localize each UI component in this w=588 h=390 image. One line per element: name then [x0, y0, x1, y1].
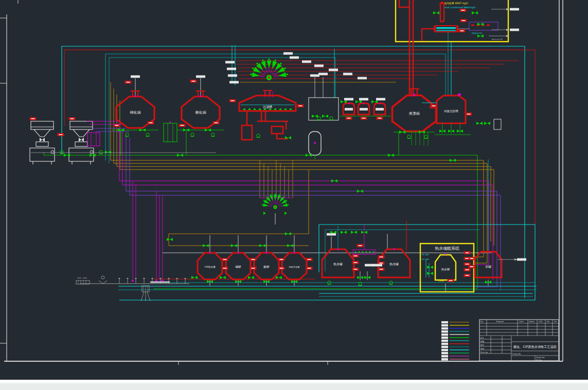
- steam-detail-box: 蒸汽耗量 8897 kg/h Heat Condensed 8864 kg/h …: [396, 0, 519, 97]
- tb-header: No.: [547, 321, 550, 323]
- tb-header: XX: [554, 321, 557, 323]
- hot-water-storage-system: 热水储能系统 热水罐 RT 04B RV 08B CIP回: [420, 244, 474, 292]
- boiling-kettle: 煮沸锅: [392, 89, 436, 155]
- vessel-label: 回旋沉淀槽: [444, 109, 458, 113]
- tb-header: Date: [519, 321, 524, 323]
- top-valve-fan: [225, 45, 519, 98]
- saccharification-kettle: 糖化锅: [177, 76, 224, 155]
- buffer-box: [309, 73, 338, 120]
- vessel-label: 回收洗水罐: [289, 266, 300, 268]
- vessel-label: 热水罐: [333, 262, 343, 266]
- steam-note-2: Heat Condensed 8864 kg/h: [444, 6, 476, 9]
- tb-header: Name: [529, 321, 534, 323]
- tb-row: 校对: [480, 344, 485, 346]
- tb-header: CAD: [539, 321, 543, 323]
- cad-canvas: 蒸汽耗量 8897 kg/h Heat Condensed 8864 kg/h …: [0, 0, 588, 390]
- taskbar-strip[interactable]: [0, 383, 588, 390]
- tb-row: 审核: [480, 347, 485, 350]
- water-tank: 水罐: [469, 252, 527, 286]
- lower-valve-fan: [260, 193, 293, 215]
- condensate-tank: [434, 26, 458, 32]
- hot-water-tank-1: 热水罐: [322, 233, 359, 277]
- line-legend: [441, 321, 469, 361]
- steam-note-1: 蒸汽耗量 8897 kg/h: [444, 2, 468, 5]
- vessel-label: 过滤槽: [263, 105, 272, 109]
- vessel-label: 热水罐: [441, 268, 450, 271]
- heat-exchanger-1: [164, 121, 177, 142]
- tb-row: 制图: [480, 341, 485, 343]
- drwg-label: Drwg No.: [512, 352, 522, 355]
- cip-return-label: CIP回: [438, 280, 444, 282]
- tb-row: Print No.: [480, 351, 488, 354]
- vessel-label: 糊化锅: [130, 110, 141, 115]
- storage-tag-2: RV 08B: [422, 258, 429, 261]
- sheet-label: Sheet No.: [536, 357, 545, 359]
- pipe-network: [44, 32, 537, 300]
- storage-tag-1: RT 04B: [422, 253, 429, 256]
- vessel-label: 酸罐: [264, 265, 270, 269]
- tb-row: 设计: [480, 337, 485, 339]
- vessel-label: 水罐: [485, 265, 491, 268]
- tb-header: Proposal: [496, 321, 504, 323]
- digital-label: Digital O2: [472, 32, 482, 34]
- process-flow-diagram: 蒸汽耗量 8897 kg/h Heat Condensed 8864 kg/h …: [0, 0, 588, 390]
- title-block: No. Proposal Date Name CAD No. XX 设计 制图 …: [479, 320, 559, 361]
- tb-header: No.: [480, 321, 484, 323]
- vessel-label: 煮沸锅: [409, 112, 420, 116]
- system-title: 热水储能系统: [435, 246, 459, 251]
- drawing-title: 糖化、CIP及热水供给工艺流程: [513, 345, 557, 349]
- lauter-tun: 过滤槽: [229, 90, 304, 140]
- prj-label: Prj No.: [536, 359, 542, 361]
- vessel-label: 碱罐: [236, 265, 242, 268]
- vessel-label: CIP热水罐: [204, 266, 216, 268]
- vessel-label: 糖化锅: [195, 110, 206, 115]
- whirlpool-vessel: 回旋沉淀槽: [422, 94, 501, 135]
- mini-heaters: [340, 98, 391, 120]
- drawing-frame: [0, 0, 563, 365]
- vessel-label: 热水罐: [389, 262, 399, 266]
- dp-label: Normal dP: [492, 38, 503, 41]
